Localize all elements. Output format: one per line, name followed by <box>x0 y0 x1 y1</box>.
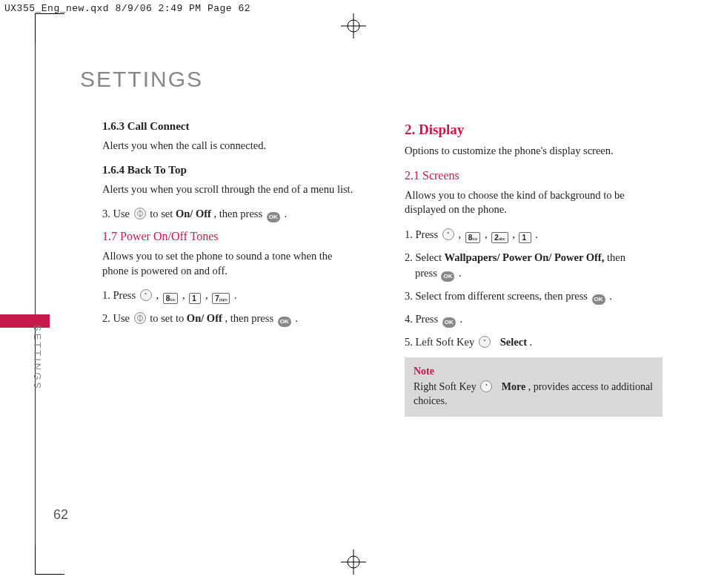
heading-163: 1.6.3 Call Connect <box>102 120 360 133</box>
c: , <box>156 289 161 301</box>
body-164: Alerts you when you scroll through the e… <box>102 182 360 197</box>
side-label: SETTINGS <box>32 325 43 391</box>
note-label: Note <box>414 365 654 379</box>
ok-key-icon: OK <box>592 294 605 305</box>
softkey-icon <box>140 289 152 301</box>
step-17-2: 2. Use to set to On/ Off , then press OK… <box>102 311 360 327</box>
dot: . <box>284 208 287 219</box>
body-2: Options to customize the phone's display… <box>405 144 663 159</box>
t: press <box>415 267 439 279</box>
onoff: On/ Off <box>187 312 222 324</box>
note-box: Note Right Soft Key More , provides acce… <box>405 357 663 417</box>
page-content: SETTINGS SETTINGS 62 1.6.3 Call Connect … <box>80 67 663 544</box>
t: 3. Use <box>102 208 133 219</box>
softkey-icon <box>479 336 491 348</box>
page-number: 62 <box>53 507 68 523</box>
t: , then press <box>214 208 265 219</box>
step-21-1: 1. Press , 8tuv , 2abc , 1 . <box>405 228 663 243</box>
c: , <box>205 289 210 301</box>
key-1-icon: 1 <box>519 232 531 243</box>
page-title: SETTINGS <box>80 67 663 92</box>
dot: . <box>459 267 462 279</box>
t: 2. Select <box>405 251 445 263</box>
t: 1. Press <box>405 228 441 240</box>
ok-key-icon: OK <box>267 212 280 222</box>
body-21: Allows you to choose the kind of backgro… <box>405 188 663 217</box>
t: 4. Press <box>405 313 441 325</box>
b: Wallpapers/ Power On/ Power Off, <box>445 251 605 263</box>
heading-164: 1.6.4 Back To Top <box>102 164 360 176</box>
t: Right Soft Key <box>414 381 479 392</box>
key-2-icon: 2abc <box>491 232 508 243</box>
dot: . <box>609 290 612 302</box>
registration-mark-bottom <box>341 549 366 575</box>
key-7-icon: 7pqrs <box>212 293 230 304</box>
softkey-icon <box>442 228 454 240</box>
file-info-header: UX355_Eng_new.qxd 8/9/06 2:49 PM Page 62 <box>4 3 250 14</box>
dot: . <box>535 228 538 240</box>
heading-2: 2. Display <box>405 122 663 138</box>
step-21-2b: press OK . <box>405 266 663 282</box>
heading-21: 2.1 Screens <box>405 169 663 182</box>
c: , <box>182 289 187 301</box>
nav-key-icon <box>134 312 146 324</box>
ok-key-icon: OK <box>441 271 454 282</box>
key-8-icon: 8tuv <box>465 232 481 243</box>
t: 3. Select from different screens, then p… <box>405 290 591 302</box>
c: , <box>512 228 517 240</box>
onoff: On/ Off <box>176 208 211 219</box>
t: then <box>607 251 625 263</box>
step-17-1: 1. Press , 8tuv , 1 , 7pqrs . <box>102 288 360 304</box>
t: to set to <box>150 312 187 324</box>
right-column: 2. Display Options to customize the phon… <box>405 116 663 417</box>
step-21-4: 4. Press OK . <box>405 312 663 328</box>
registration-mark-top <box>341 13 366 39</box>
crop-mark-bottom-left <box>35 545 64 575</box>
c: , <box>458 228 463 240</box>
key-8-icon: 8tuv <box>163 293 179 304</box>
crop-left-rule <box>35 13 36 575</box>
key-1-icon: 1 <box>189 293 201 304</box>
dot: . <box>295 312 298 324</box>
t: , then press <box>225 312 276 324</box>
t: to set <box>150 208 176 219</box>
softkey-icon <box>480 380 492 392</box>
ok-key-icon: OK <box>278 317 291 327</box>
c: , <box>485 228 490 240</box>
dot: . <box>234 289 237 301</box>
t: 1. Press <box>102 289 139 301</box>
ok-key-icon: OK <box>442 317 456 328</box>
heading-17: 1.7 Power On/Off Tones <box>102 230 360 243</box>
crop-mark-top-left <box>35 13 64 43</box>
body-163: Alerts you when the call is connected. <box>102 139 360 153</box>
left-column: 1.6.3 Call Connect Alerts you when the c… <box>80 116 360 417</box>
dot: . <box>530 336 533 348</box>
select: Select <box>500 336 527 348</box>
dot: . <box>459 313 462 325</box>
nav-key-icon <box>134 208 146 219</box>
t: 5. Left Soft Key <box>405 336 477 348</box>
t: 2. Use <box>102 312 133 324</box>
step-21-5: 5. Left Soft Key Select . <box>405 335 663 350</box>
step-21-2: 2. Select Wallpapers/ Power On/ Power Of… <box>405 251 663 265</box>
step-164-3: 3. Use to set On/ Off , then press OK . <box>102 207 360 222</box>
more: More <box>502 381 525 392</box>
note-body: Right Soft Key More , provides access to… <box>414 380 654 409</box>
body-17: Allows you to set the phone to sound a t… <box>102 249 360 278</box>
step-21-3: 3. Select from different screens, then p… <box>405 289 663 305</box>
